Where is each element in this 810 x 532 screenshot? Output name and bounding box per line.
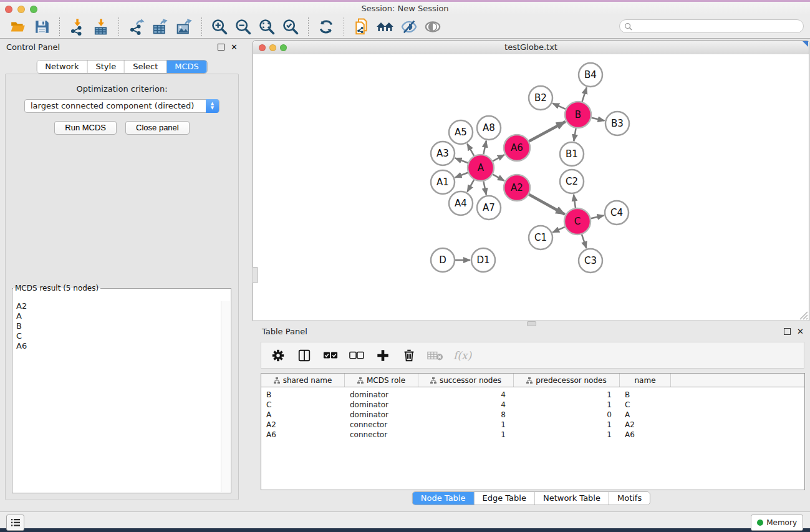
save-session-button[interactable] [30, 17, 54, 37]
duplicate-network-button[interactable] [350, 17, 374, 37]
resize-grip-icon[interactable] [797, 309, 808, 320]
node-B3[interactable]: B3 [605, 112, 629, 135]
float-panel-icon[interactable] [218, 44, 224, 51]
column-header-name[interactable]: name [620, 374, 671, 387]
node-A5[interactable]: A5 [449, 120, 473, 144]
minimize-window-button[interactable] [17, 6, 25, 13]
result-item[interactable]: A2 [13, 301, 221, 311]
optimization-dropdown[interactable]: largest connected component (directed) ▲… [24, 99, 219, 113]
column-header-MCDS-role[interactable]: MCDS role [345, 374, 418, 387]
zoom-window-button[interactable] [30, 6, 37, 13]
close-table-panel-icon[interactable]: ✕ [797, 327, 804, 336]
edge-A-A1[interactable] [455, 173, 468, 178]
edge-B-B2[interactable] [552, 104, 566, 109]
edge-A-A6[interactable] [493, 155, 504, 161]
deselect-all-columns-button[interactable] [349, 347, 365, 364]
node-C3[interactable]: C3 [579, 249, 602, 273]
edge-A2-C[interactable] [529, 195, 565, 215]
node-A1[interactable]: A1 [431, 170, 455, 194]
hide-details-button[interactable] [397, 17, 421, 37]
table-row[interactable]: Bdominator41B [261, 390, 804, 400]
divider-grip-icon[interactable] [253, 267, 258, 283]
zoom-in-button[interactable] [208, 17, 231, 37]
tab-network-table[interactable]: Network Table [535, 492, 609, 505]
edge-A-A5[interactable] [467, 143, 474, 156]
node-B2[interactable]: B2 [529, 86, 552, 110]
close-panel-icon[interactable]: ✕ [231, 42, 238, 52]
add-column-button[interactable] [375, 347, 391, 364]
edge-B-B4[interactable] [582, 87, 587, 102]
edge-B-B1[interactable] [574, 128, 576, 142]
node-D[interactable]: D [431, 248, 455, 272]
refresh-button[interactable] [314, 17, 338, 37]
node-B[interactable]: B [565, 102, 591, 128]
tab-node-table[interactable]: Node Table [413, 492, 475, 505]
float-table-panel-icon[interactable] [784, 328, 791, 335]
open-session-button[interactable] [6, 17, 30, 37]
edge-C-C1[interactable] [552, 227, 565, 233]
node-C4[interactable]: C4 [605, 201, 629, 225]
birdseye-button[interactable] [421, 17, 445, 37]
edge-C-C4[interactable] [591, 216, 604, 219]
edge-A-A3[interactable] [455, 158, 468, 163]
close-panel-button[interactable]: Close panel [125, 121, 190, 135]
tab-motifs[interactable]: Motifs [609, 492, 650, 505]
edge-C-C2[interactable] [574, 195, 576, 208]
import-table-button[interactable] [89, 17, 113, 37]
search-field[interactable] [619, 19, 804, 33]
table-row[interactable]: A6connector11A6 [261, 430, 804, 440]
close-window-button[interactable] [5, 6, 12, 13]
delete-column-button[interactable] [401, 347, 417, 364]
node-D1[interactable]: D1 [471, 248, 495, 272]
export-network-button[interactable] [125, 17, 148, 37]
edge-A6-B[interactable] [529, 122, 565, 142]
node-A4[interactable]: A4 [449, 191, 473, 215]
result-item[interactable]: A [13, 311, 221, 321]
export-image-button[interactable] [172, 17, 196, 37]
run-mcds-button[interactable]: Run MCDS [54, 121, 117, 135]
export-table-button[interactable] [148, 17, 172, 37]
table-row[interactable]: Cdominator41C [261, 400, 804, 410]
result-item[interactable]: B [13, 321, 221, 331]
edge-A-A2[interactable] [493, 175, 504, 181]
node-A7[interactable]: A7 [477, 196, 501, 220]
import-network-button[interactable] [65, 17, 89, 37]
column-header-predecessor-nodes[interactable]: predecessor nodes [514, 374, 620, 387]
network-graph[interactable]: B4B2BB3A8A5A6A3B1AA1C2A2A4A7C4CC1C3DD1 [253, 54, 809, 321]
result-scrollbar[interactable] [221, 301, 230, 492]
table-row[interactable]: Adominator80A [261, 410, 804, 420]
node-A2[interactable]: A2 [504, 175, 530, 201]
edge-A-A4[interactable] [467, 180, 474, 192]
edge-A-A8[interactable] [483, 141, 486, 155]
tab-mcds[interactable]: MCDS [166, 60, 207, 73]
node-A3[interactable]: A3 [431, 142, 455, 165]
zoom-selected-button[interactable] [279, 17, 302, 37]
node-B1[interactable]: B1 [560, 142, 584, 166]
edge-C-C3[interactable] [582, 235, 586, 248]
tab-style[interactable]: Style [87, 60, 125, 73]
column-header-shared-name[interactable]: shared name [261, 374, 345, 387]
node-A6[interactable]: A6 [504, 135, 530, 161]
function-builder-button[interactable]: f(x) [453, 347, 471, 364]
memory-button[interactable]: Memory [751, 515, 803, 531]
node-C1[interactable]: C1 [529, 226, 552, 249]
search-input[interactable] [635, 20, 803, 32]
network-canvas[interactable]: B4B2BB3A8A5A6A3B1AA1C2A2A4A7C4CC1C3DD1 [253, 54, 809, 321]
tab-network[interactable]: Network [37, 60, 87, 73]
zoom-out-button[interactable] [231, 17, 255, 37]
select-all-columns-button[interactable] [322, 347, 339, 364]
zoom-fit-button[interactable] [255, 17, 279, 37]
table-row[interactable]: A2connector11A2 [261, 420, 804, 430]
node-C[interactable]: C [564, 208, 591, 235]
node-A[interactable]: A [468, 155, 494, 181]
node-C2[interactable]: C2 [560, 170, 584, 193]
window-menu-icon[interactable] [803, 41, 808, 47]
node-B4[interactable]: B4 [579, 63, 602, 87]
home-button[interactable] [374, 17, 397, 37]
tab-edge-table[interactable]: Edge Table [474, 492, 534, 505]
delete-table-button[interactable] [427, 347, 443, 364]
edge-A-A7[interactable] [483, 181, 486, 195]
table-settings-button[interactable] [270, 347, 286, 364]
tab-select[interactable]: Select [125, 60, 166, 73]
node-A8[interactable]: A8 [477, 116, 501, 140]
